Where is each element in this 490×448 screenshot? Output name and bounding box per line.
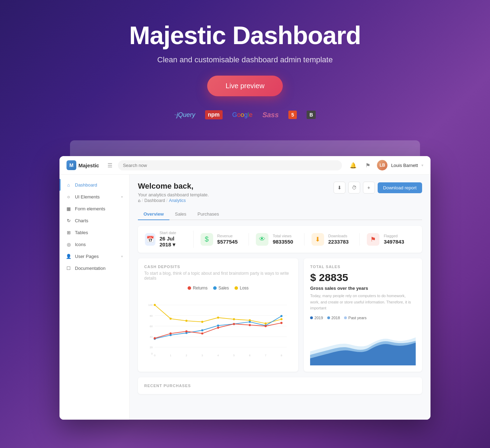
- stat-label: Downloads: [328, 234, 349, 238]
- logo-text: Majestic: [78, 162, 99, 168]
- live-preview-button[interactable]: Live preview: [207, 76, 282, 96]
- dashboard-preview: M Majestic ☰ 🔔 ⚑ LB Louis Barnett ▾ ⌂ Da…: [59, 156, 430, 420]
- svg-point-45: [265, 325, 267, 327]
- svg-point-22: [186, 320, 188, 322]
- tab-sales[interactable]: Sales: [169, 209, 192, 219]
- sidebar-item-form-elements[interactable]: ▦ Form elements: [59, 203, 129, 215]
- legend-label: Sales: [218, 286, 229, 290]
- svg-text:4: 4: [217, 354, 219, 357]
- legend-returns: Returns: [188, 286, 208, 290]
- tab-overview[interactable]: Overview: [138, 209, 169, 219]
- svg-point-38: [154, 337, 156, 339]
- svg-point-43: [233, 323, 235, 325]
- recent-purchases-title: RECENT PURCHASES: [144, 384, 416, 388]
- circle-icon: ○: [66, 194, 71, 200]
- chart-legend: Returns Sales Loss: [144, 286, 292, 290]
- table-icon: ⊞: [66, 230, 71, 235]
- doc-icon: ☐: [66, 265, 71, 271]
- menu-icon[interactable]: ☰: [107, 162, 112, 169]
- tab-purchases[interactable]: Purchases: [192, 209, 224, 219]
- sidebar-item-label: Documentation: [75, 266, 105, 271]
- stat-value: $577545: [217, 239, 238, 245]
- svg-point-46: [280, 322, 282, 324]
- area-chart: [310, 323, 416, 365]
- svg-point-44: [249, 324, 251, 326]
- svg-point-42: [217, 327, 219, 329]
- google-logo: Google: [232, 111, 253, 119]
- logo-icon: M: [66, 160, 76, 170]
- page-header: Welcome back, Your analytics dashboard t…: [138, 182, 422, 203]
- svg-text:7: 7: [265, 354, 266, 357]
- sidebar-item-label: Dashboard: [75, 182, 97, 188]
- sidebar-item-label: Charts: [75, 218, 88, 223]
- header-actions: 🔔 ⚑ LB Louis Barnett ▾: [348, 160, 424, 171]
- hero-title: Majestic Dashboard: [7, 21, 483, 50]
- sidebar-item-charts[interactable]: ↻ Charts: [59, 215, 129, 226]
- stat-label: Start date: [160, 231, 186, 235]
- sidebar-item-ui-elements[interactable]: ○ UI Elements ▾: [59, 191, 129, 203]
- search-input[interactable]: [118, 160, 342, 170]
- svg-text:0: 0: [151, 352, 153, 355]
- sidebar-item-label: Icons: [75, 242, 86, 247]
- stat-info: Total views 9833550: [273, 234, 293, 245]
- stat-flagged: ⚑ Flagged 3497843: [360, 233, 415, 246]
- sidebar-item-label: Tables: [75, 230, 88, 235]
- svg-point-21: [169, 318, 172, 320]
- charts-icon: ↻: [66, 218, 71, 223]
- grid-icon: ▦: [66, 206, 71, 211]
- total-sales-card: TOTAL SALES $ 28835 Gross sales over the…: [304, 258, 422, 372]
- dashboard-card: M Majestic ☰ 🔔 ⚑ LB Louis Barnett ▾ ⌂ Da…: [59, 156, 430, 420]
- download-report-button[interactable]: Download report: [378, 182, 422, 193]
- page-actions: ⬇ ⏱ + Download report: [334, 182, 422, 194]
- tabs-row: Overview Sales Purchases: [138, 209, 422, 220]
- page-title-area: Welcome back, Your analytics dashboard t…: [138, 182, 209, 203]
- svg-point-35: [249, 321, 251, 323]
- dashboard-header: M Majestic ☰ 🔔 ⚑ LB Louis Barnett ▾: [59, 156, 430, 175]
- sidebar-item-documentation[interactable]: ☐ Documentation: [59, 262, 129, 274]
- stat-info: Flagged 3497843: [384, 234, 404, 245]
- stat-info: Downloads 2233783: [328, 234, 349, 245]
- html5-logo: 5: [288, 111, 297, 119]
- clock-icon[interactable]: ⏱: [348, 182, 360, 194]
- svg-text:6: 6: [249, 354, 251, 357]
- svg-point-39: [169, 332, 172, 335]
- stat-revenue: $ Revenue $577545: [194, 233, 249, 246]
- sidebar: ⌂ Dashboard ○ UI Elements ▾ ▦ Form eleme…: [59, 175, 130, 420]
- download-action-icon[interactable]: ⬇: [334, 182, 345, 194]
- add-icon[interactable]: +: [363, 182, 375, 194]
- page-subtitle: Your analytics dashboard template.: [138, 192, 209, 197]
- flag-icon[interactable]: ⚑: [362, 160, 373, 171]
- bootstrap-logo: B: [307, 111, 316, 119]
- svg-text:0: 0: [154, 354, 155, 357]
- cash-deposits-card: CASH DEPOSITS To start a blog, think of …: [138, 258, 298, 372]
- breadcrumb-analytics: Analytics: [169, 198, 186, 203]
- flag-stat-icon: ⚑: [367, 233, 379, 246]
- dashboard-logo: M Majestic: [66, 160, 99, 170]
- stat-label: Flagged: [384, 234, 404, 238]
- stat-label: Revenue: [217, 234, 238, 238]
- legend-label: Loss: [240, 286, 248, 290]
- dashboard-body: ⌂ Dashboard ○ UI Elements ▾ ▦ Form eleme…: [59, 175, 430, 420]
- svg-point-41: [201, 332, 203, 335]
- stat-downloads: ⬇ Downloads 2233783: [304, 233, 360, 246]
- legend-sales: Sales: [213, 286, 229, 290]
- sidebar-item-tables[interactable]: ⊞ Tables: [59, 226, 129, 238]
- eye-icon: 👁: [256, 233, 268, 246]
- home-icon: ⌂: [66, 182, 71, 188]
- svg-point-37: [280, 315, 282, 317]
- sidebar-item-icons[interactable]: ◎ Icons: [59, 238, 129, 250]
- svg-text:60: 60: [150, 325, 153, 328]
- sidebar-item-dashboard[interactable]: ⌂ Dashboard: [59, 179, 129, 191]
- icons-icon: ◎: [66, 241, 71, 247]
- svg-text:80: 80: [150, 314, 153, 317]
- dot-past: [344, 316, 347, 319]
- svg-text:100: 100: [148, 303, 153, 307]
- notifications-icon[interactable]: 🔔: [348, 160, 359, 171]
- breadcrumb: ⌂ / Dashboard / Analytics: [138, 198, 209, 203]
- dollar-icon: $: [201, 233, 213, 246]
- sales-chart-legend: 2019 2018 Past years: [310, 316, 416, 320]
- stat-info: Revenue $577545: [217, 234, 238, 245]
- legend-label: 2019: [314, 316, 323, 320]
- sidebar-item-user-pages[interactable]: 👤 User Pages ▾: [59, 250, 129, 262]
- user-avatar: LB: [377, 160, 387, 170]
